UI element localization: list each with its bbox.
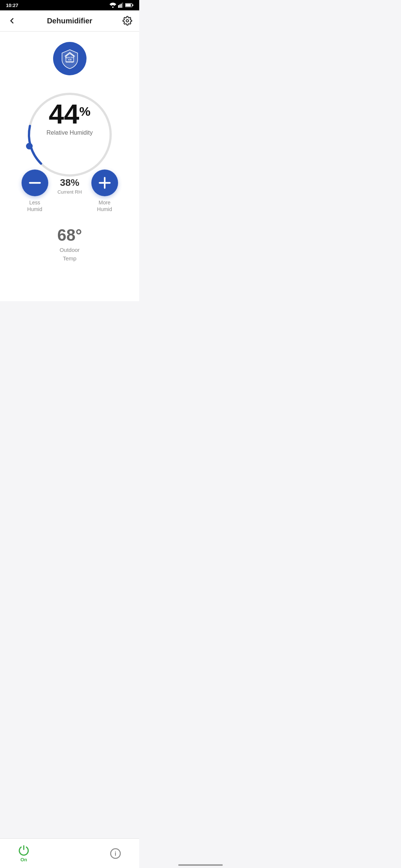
more-humid-button[interactable] (91, 170, 118, 196)
current-rh: 38% Current RH (58, 170, 82, 196)
controls-row: LessHumid 38% Current RH MoreHumid (18, 170, 122, 213)
svg-rect-14 (29, 182, 41, 183)
status-icons (110, 3, 133, 8)
outdoor-temp: 68° OutdoorTemp (57, 226, 82, 263)
svg-text:SYSTEM: SYSTEM (66, 61, 73, 63)
settings-button[interactable] (121, 15, 133, 27)
svg-rect-1 (118, 5, 119, 8)
top-bar: Dehumidifier (0, 10, 139, 32)
svg-rect-16 (99, 182, 111, 183)
wifi-icon (110, 3, 116, 8)
svg-rect-2 (120, 4, 121, 8)
svg-point-0 (112, 6, 114, 8)
status-time: 10:27 (6, 3, 18, 8)
svg-rect-7 (133, 4, 133, 6)
svg-point-8 (126, 20, 129, 22)
svg-rect-6 (125, 4, 131, 6)
gauge-label: Relative Humidity (18, 129, 122, 136)
gauge-unit: % (79, 104, 91, 119)
svg-rect-4 (122, 3, 123, 8)
status-bar: 10:27 (0, 0, 139, 10)
gauge-center: 44 % Relative Humidity (18, 101, 122, 136)
gauge-value: 44 (49, 101, 79, 128)
signal-icon (118, 3, 123, 8)
less-humid-control: LessHumid (22, 170, 48, 213)
svg-text:AIR: AIR (68, 59, 72, 61)
page-title: Dehumidifier (18, 17, 121, 25)
current-rh-value: 38% (60, 177, 79, 188)
svg-rect-3 (121, 4, 122, 8)
less-humid-label: LessHumid (27, 199, 42, 213)
current-rh-label: Current RH (58, 189, 82, 195)
more-humid-control: MoreHumid (91, 170, 118, 213)
brand-logo: HEALTHY AIR SYSTEM (53, 42, 87, 75)
outdoor-temp-label: OutdoorTemp (57, 246, 82, 263)
gauge-area: 44 % Relative Humidity LessHumid 38% Cur… (18, 86, 122, 213)
gauge-dot (26, 143, 33, 149)
main-content: HEALTHY AIR SYSTEM 44 % Relative Humidit… (0, 32, 139, 301)
less-humid-button[interactable] (22, 170, 48, 196)
more-humid-label: MoreHumid (97, 199, 112, 213)
battery-icon (125, 3, 133, 7)
back-button[interactable] (6, 15, 18, 27)
outdoor-temp-value: 68° (57, 226, 82, 244)
svg-text:HEALTHY: HEALTHY (65, 56, 74, 59)
